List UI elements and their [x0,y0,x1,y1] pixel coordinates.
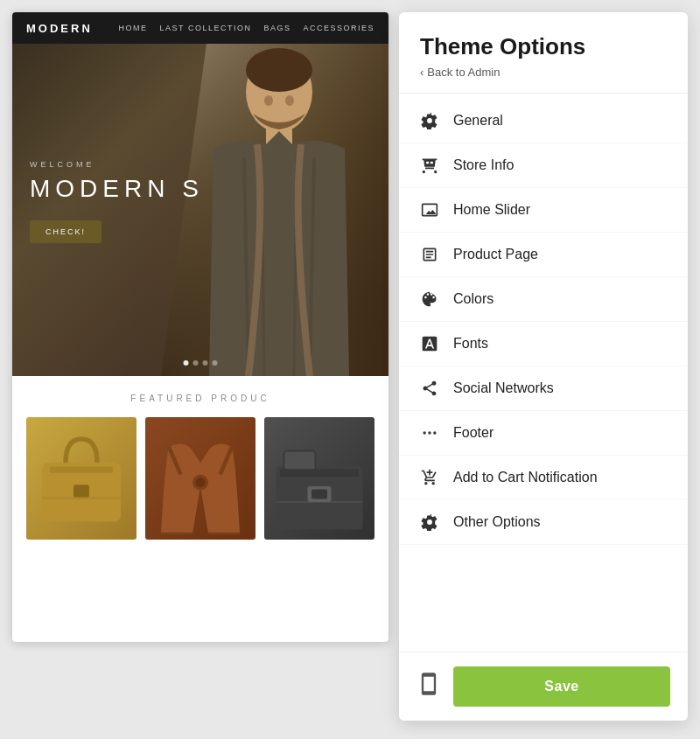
nav-link-home: HOME [119,24,148,32]
back-chevron-icon: ‹ [420,66,424,79]
svg-point-20 [428,431,430,434]
store-logo: MODERN [26,22,93,35]
svg-point-21 [433,431,436,434]
svg-rect-6 [50,467,113,473]
store-navbar: MODERN HOME LAST COLLECTION BAGS ACCESSO… [12,12,388,44]
product-2 [145,417,256,540]
hero-text-area: WELCOME MODERN S CHECK! [30,160,204,243]
menu-label-social-networks: Social Networks [453,380,554,396]
hero-section: WELCOME MODERN S CHECK! [12,44,388,376]
hero-dots [184,360,218,366]
svg-rect-15 [280,469,359,477]
back-link-label: Back to Admin [427,66,500,79]
featured-title: FEATURED PRODUC [26,394,374,403]
featured-products [26,417,374,540]
hero-person [196,44,362,376]
menu-item-other-options[interactable]: Other Options [399,500,688,545]
product-page-icon [420,245,439,264]
footer-icon [420,423,439,443]
store-preview: MODERN HOME LAST COLLECTION BAGS ACCESSO… [12,12,388,642]
svg-rect-14 [284,451,316,471]
nav-link-collection: LAST COLLECTION [160,24,252,32]
menu-item-add-to-cart[interactable]: Add to Cart Notification [399,456,688,500]
mobile-preview-icon[interactable] [416,672,441,701]
hero-button[interactable]: CHECK! [30,220,102,243]
theme-panel-title: Theme Options [420,33,667,60]
dot-4 [213,360,218,366]
dot-2 [193,360,199,366]
theme-options-panel: Theme Options ‹ Back to Admin General St… [399,12,688,721]
svg-point-1 [246,48,312,92]
save-button[interactable]: Save [453,666,670,707]
menu-label-add-to-cart: Add to Cart Notification [453,470,598,485]
menu-label-footer: Footer [453,425,494,441]
menu-item-footer[interactable]: Footer [399,411,688,456]
nav-links: HOME LAST COLLECTION BAGS ACCESSORIES [119,24,374,32]
svg-point-3 [264,95,273,106]
featured-section: FEATURED PRODUC [12,376,388,540]
theme-footer: Save [399,652,688,721]
menu-item-product-page[interactable]: Product Page [399,233,688,277]
menu-label-home-slider: Home Slider [453,202,530,218]
menu-item-fonts[interactable]: Fonts [399,322,688,366]
menu-label-colors: Colors [453,291,494,307]
theme-menu: General Store Info Home Slider Product P… [399,94,688,652]
menu-item-store-info[interactable]: Store Info [399,143,688,188]
menu-item-social-networks[interactable]: Social Networks [399,366,688,411]
gear-icon [420,111,439,130]
menu-item-home-slider[interactable]: Home Slider [399,188,688,233]
svg-point-19 [424,431,426,434]
dot-3 [203,360,208,366]
nav-link-accessories: ACCESSORIES [303,24,374,32]
theme-header: Theme Options ‹ Back to Admin [399,12,688,94]
svg-rect-7 [74,485,89,497]
dot-1 [184,360,189,366]
menu-label-fonts: Fonts [453,336,488,352]
menu-label-other-options: Other Options [453,514,541,530]
colors-icon [420,289,439,309]
menu-label-general: General [453,113,503,129]
hero-title: MODERN S [30,176,204,203]
hero-welcome: WELCOME [30,160,204,169]
store-icon [420,156,439,175]
menu-label-product-page: Product Page [453,247,538,262]
svg-point-4 [285,95,294,106]
fonts-icon [420,334,439,353]
back-to-admin-link[interactable]: ‹ Back to Admin [420,66,667,79]
svg-point-10 [196,478,206,487]
nav-link-bags: BAGS [263,24,290,32]
menu-label-store-info: Store Info [453,157,514,173]
other-options-icon [420,512,439,532]
cart-icon [420,468,439,487]
menu-item-general[interactable]: General [399,99,688,143]
product-3 [264,417,374,540]
product-1 [26,417,136,540]
image-icon [420,200,439,220]
social-icon [420,379,439,398]
svg-rect-17 [312,490,327,499]
menu-item-colors[interactable]: Colors [399,277,688,322]
